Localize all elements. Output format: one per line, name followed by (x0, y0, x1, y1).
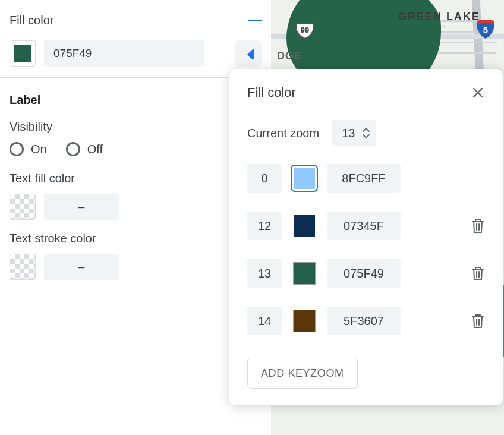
visibility-radio-group: On Off (10, 142, 262, 156)
fill-color-popover: Fill color Current zoom 13 08FC9FF120734… (229, 69, 503, 405)
popover-title: Fill color (247, 85, 296, 100)
interstate-shield-icon: 5 (475, 18, 496, 42)
text-fill-color-hex[interactable]: – (44, 194, 119, 220)
zoom-stepper[interactable]: 13 (332, 120, 376, 146)
radio-icon (66, 142, 80, 156)
keyzoom-list: 08FC9FF1207345F13075F49145F3607 (247, 164, 487, 335)
fill-color-section: Fill color (0, 0, 271, 78)
empty-swatch (10, 254, 35, 279)
text-fill-color-swatch[interactable] (10, 194, 36, 220)
keyzoom-swatch[interactable] (294, 168, 315, 189)
label-section-title: Label (10, 93, 262, 107)
zoom-value: 13 (342, 127, 355, 140)
close-icon[interactable] (468, 83, 487, 102)
visibility-label: Visibility (10, 120, 262, 134)
keyzoom-row: 145F3607 (247, 307, 487, 335)
keyzoom-zoom-chip[interactable]: 12 (247, 212, 282, 240)
keyzoom-hex-chip[interactable]: 5F3607 (327, 307, 401, 335)
keyzoom-zoom-chip[interactable]: 13 (247, 259, 282, 288)
text-stroke-color-hex[interactable]: – (44, 254, 119, 280)
keyzoom-swatch[interactable] (294, 215, 315, 237)
svg-text:99: 99 (301, 26, 309, 34)
fill-color-swatch[interactable] (10, 40, 36, 67)
fill-color-title: Fill color (10, 14, 53, 27)
add-keyzoom-button[interactable]: ADD KEYZOOM (247, 358, 358, 389)
keyzoom-swatch[interactable] (294, 310, 315, 332)
text-stroke-color-swatch[interactable] (10, 254, 36, 280)
collapse-icon[interactable] (248, 20, 262, 21)
trash-icon[interactable] (468, 216, 487, 235)
empty-swatch (10, 194, 35, 219)
svg-text:5: 5 (483, 25, 488, 35)
map-area-label: GREEN LAKE (398, 11, 480, 23)
fill-color-swatch-inner (14, 45, 32, 62)
highway-shield-icon: 99 (295, 23, 315, 39)
keyzoom-zoom-chip[interactable]: 0 (247, 164, 282, 193)
fill-color-hex-input[interactable] (44, 40, 204, 67)
text-stroke-color-label: Text stroke color (10, 232, 262, 245)
radio-label: On (31, 143, 47, 156)
keyzoom-hex-chip[interactable]: 8FC9FF (327, 164, 401, 193)
trash-icon[interactable] (468, 264, 487, 283)
keyzoom-zoom-chip[interactable]: 14 (247, 307, 282, 335)
visibility-on-radio[interactable]: On (10, 142, 47, 156)
keyzoom-marker-chip[interactable] (235, 40, 262, 67)
keyzoom-swatch[interactable] (294, 263, 315, 284)
text-fill-color-label: Text fill color (10, 172, 262, 185)
keyzoom-row: 13075F49 (247, 259, 487, 288)
radio-icon (10, 142, 24, 156)
keyzoom-hex-chip[interactable]: 07345F (327, 212, 401, 240)
current-zoom-label: Current zoom (247, 127, 319, 140)
visibility-off-radio[interactable]: Off (66, 142, 103, 156)
radio-label: Off (87, 143, 103, 156)
trash-icon[interactable] (468, 311, 487, 330)
keyzoom-hex-chip[interactable]: 075F49 (327, 259, 401, 288)
map-sub-area-label: DGE (277, 50, 302, 62)
keyzoom-row: 08FC9FF (247, 164, 487, 193)
keyzoom-row: 1207345F (247, 212, 487, 240)
stepper-arrows-icon[interactable] (362, 128, 370, 138)
svg-rect-2 (247, 49, 254, 59)
